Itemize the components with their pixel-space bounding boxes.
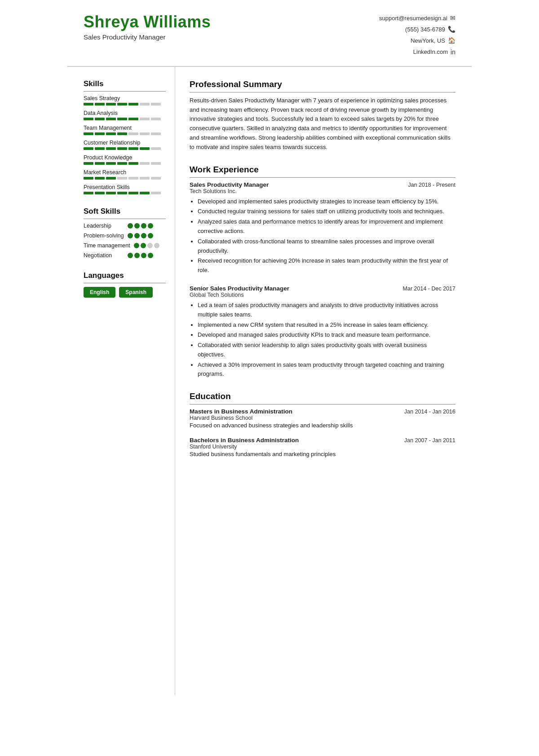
languages-title: Languages	[84, 271, 166, 283]
dot-filled	[148, 253, 153, 258]
dot-empty	[147, 243, 153, 248]
work-section: Work Experience Sales Productivity Manag…	[190, 165, 455, 379]
edu-school: Stanford University	[190, 444, 455, 450]
education-list: Masters in Business AdministrationJan 20…	[190, 408, 455, 457]
dot-filled	[128, 253, 133, 258]
skill-segment-filled	[128, 118, 138, 120]
skill-segment-filled	[117, 132, 127, 135]
skill-segment-filled	[106, 103, 116, 105]
soft-skill-item: Leadership	[84, 223, 166, 229]
dot-filled	[141, 233, 146, 238]
skill-segment-filled	[140, 147, 150, 150]
skill-segment-empty	[128, 177, 138, 180]
skill-segment-filled	[106, 147, 116, 150]
skill-segment-filled	[84, 177, 93, 180]
skill-name: Team Management	[84, 125, 166, 131]
jobs-list: Sales Productivity ManagerJan 2018 - Pre…	[190, 181, 455, 379]
skill-segment-filled	[95, 177, 105, 180]
skill-segment-filled	[84, 147, 93, 150]
dot-filled	[141, 223, 146, 229]
skill-segment-filled	[95, 162, 105, 165]
job-date: Jan 2018 - Present	[408, 182, 455, 188]
job-header: Senior Sales Productivity ManagerMar 201…	[190, 285, 455, 292]
skill-segment-empty	[140, 162, 150, 165]
main-body: Skills Sales StrategyData AnalysisTeam M…	[67, 67, 472, 695]
job-bullet: Led a team of sales productivity manager…	[198, 301, 455, 320]
edu-header: Bachelors in Business AdministrationJan …	[190, 437, 455, 444]
soft-skill-name: Leadership	[84, 223, 124, 229]
skill-bar	[84, 132, 166, 135]
dot-filled	[134, 253, 140, 258]
soft-skill-item: Negotiation	[84, 252, 166, 259]
skill-bar	[84, 192, 166, 194]
job-bullet: Developed and managed sales productivity…	[198, 330, 455, 340]
skill-segment-filled	[95, 132, 105, 135]
soft-skills-section: Soft Skills LeadershipProblem-solvingTim…	[84, 207, 166, 259]
phone-line: (555) 345-6789 📞	[379, 24, 455, 35]
edu-description: Focused on advanced business strategies …	[190, 422, 455, 429]
skills-list: Sales StrategyData AnalysisTeam Manageme…	[84, 95, 166, 194]
dot-filled	[148, 233, 153, 238]
education-item: Bachelors in Business AdministrationJan …	[190, 437, 455, 457]
location-line: NewYork, US 🏠	[379, 35, 455, 46]
skill-segment-filled	[84, 162, 93, 165]
dot-filled	[134, 243, 139, 248]
skill-segment-empty	[140, 132, 150, 135]
skill-segment-filled	[84, 192, 93, 194]
skill-segment-filled	[117, 162, 127, 165]
linkedin-line: LinkedIn.com in	[379, 47, 455, 58]
dot-filled	[141, 253, 146, 258]
summary-text: Results-driven Sales Productivity Manage…	[190, 96, 455, 152]
skill-segment-empty	[128, 132, 138, 135]
skill-name: Sales Strategy	[84, 95, 166, 101]
location-icon: 🏠	[448, 35, 455, 46]
job-company: Global Tech Solutions	[190, 292, 455, 298]
job-company: Tech Solutions Inc.	[190, 188, 455, 194]
job-title: Senior Sales Productivity Manager	[190, 285, 289, 292]
skill-segment-filled	[128, 192, 138, 194]
skill-segment-filled	[117, 192, 127, 194]
work-title: Work Experience	[190, 165, 455, 178]
skill-segment-filled	[95, 192, 105, 194]
language-english: English	[84, 287, 115, 298]
language-tags: English Spanish	[84, 287, 166, 298]
job-bullets: Led a team of sales productivity manager…	[190, 301, 455, 379]
skill-item: Team Management	[84, 125, 166, 135]
resume-header: Shreya Williams Sales Productivity Manag…	[67, 0, 472, 67]
skill-name: Customer Relationship	[84, 140, 166, 146]
skill-segment-empty	[151, 132, 161, 135]
dot-filled	[141, 243, 146, 248]
phone-text: (555) 345-6789	[405, 24, 445, 35]
skill-segment-filled	[84, 103, 93, 105]
skills-title: Skills	[84, 79, 166, 92]
dot-filled	[148, 223, 153, 229]
skill-segment-empty	[151, 103, 161, 105]
skill-segment-filled	[106, 118, 116, 120]
soft-skill-item: Time management	[84, 242, 166, 249]
skill-segment-filled	[128, 162, 138, 165]
email-text: support@resumedesign.ai	[379, 13, 447, 23]
job-bullet: Received recognition for achieving 20% i…	[198, 256, 455, 275]
job-bullet: Analyzed sales data and performance metr…	[198, 217, 455, 236]
edu-header: Masters in Business AdministrationJan 20…	[190, 408, 455, 415]
skills-section: Skills Sales StrategyData AnalysisTeam M…	[84, 79, 166, 194]
job-item: Senior Sales Productivity ManagerMar 201…	[190, 285, 455, 379]
dot-row	[134, 243, 159, 248]
soft-skill-name: Negotiation	[84, 252, 124, 259]
skill-name: Market Research	[84, 169, 166, 176]
linkedin-text: LinkedIn.com	[413, 47, 448, 57]
summary-title: Professional Summary	[190, 79, 455, 92]
edu-degree: Masters in Business Administration	[190, 408, 292, 415]
location-text: NewYork, US	[411, 35, 445, 46]
skill-bar	[84, 103, 166, 105]
soft-skill-name: Time management	[84, 242, 130, 249]
edu-date: Jan 2014 - Jan 2016	[404, 409, 455, 415]
job-date: Mar 2014 - Dec 2017	[403, 286, 455, 292]
dot-filled	[128, 223, 133, 229]
edu-school: Harvard Business School	[190, 415, 455, 421]
header-right: support@resumedesign.ai ✉ (555) 345-6789…	[379, 13, 455, 58]
dot-filled	[134, 223, 140, 229]
soft-skill-item: Problem-solving	[84, 233, 166, 239]
skill-segment-filled	[140, 192, 150, 194]
skill-segment-filled	[95, 103, 105, 105]
